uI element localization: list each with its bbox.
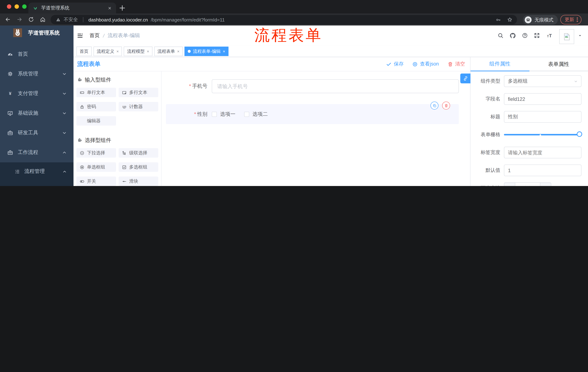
help-icon[interactable]: [522, 32, 528, 39]
home-icon[interactable]: [40, 16, 46, 22]
increase-button[interactable]: +: [540, 183, 551, 186]
tag-home[interactable]: 首页: [76, 47, 92, 56]
sidebar-item-process-management[interactable]: 流程管理: [0, 162, 74, 181]
close-tag-icon[interactable]: ×: [116, 49, 119, 53]
sidebar-item-infrastructure[interactable]: 基础设施: [0, 103, 74, 123]
delete-component-button[interactable]: [442, 102, 450, 110]
text-size-icon[interactable]: TT: [546, 32, 553, 39]
form-canvas[interactable]: *手机号 *性别 选项一 选项二: [162, 71, 470, 186]
new-tab-button[interactable]: [118, 4, 126, 12]
chip-password[interactable]: 密码: [76, 102, 116, 111]
input-icon: [80, 90, 84, 95]
logo-rabbit-image: [12, 28, 24, 37]
svg-text:T: T: [547, 34, 549, 38]
tag-process-model[interactable]: 流程模型×: [124, 47, 152, 56]
minimize-window-button[interactable]: [15, 4, 19, 9]
chip-slider[interactable]: 滑块: [119, 177, 158, 186]
close-tab-icon[interactable]: [108, 6, 112, 10]
chip-counter[interactable]: 123计数器: [119, 102, 158, 111]
breadcrumb-home[interactable]: 首页: [90, 32, 100, 39]
field-name-label: 字段名: [474, 96, 500, 102]
view-json-button[interactable]: 查看json: [412, 61, 439, 67]
default-value-label: 默认值: [474, 167, 500, 174]
title-input[interactable]: [504, 111, 581, 123]
address-bar[interactable]: 不安全 dashboard.yudao.iocoder.cn /bpm/mana…: [51, 15, 517, 24]
browser-tab[interactable]: 芋道管理系统: [28, 2, 116, 13]
clear-button[interactable]: 清空: [448, 61, 465, 67]
tag-process-form[interactable]: 流程表单×: [154, 47, 183, 56]
form-grid-slider[interactable]: [504, 129, 581, 140]
github-icon[interactable]: [509, 32, 516, 39]
checkbox-icon: [122, 165, 127, 170]
sidebar-item-workflow[interactable]: 工作流程: [0, 143, 74, 162]
password-key-icon[interactable]: [496, 17, 501, 22]
sidebar-item-process-form[interactable]: 流程表单: [0, 181, 74, 186]
sidebar-logo[interactable]: 芋道管理系统: [0, 25, 74, 40]
chip-cascader[interactable]: 级联选择: [119, 148, 158, 158]
label-width-input[interactable]: [504, 147, 581, 158]
sidebar-item-home[interactable]: 首页: [0, 44, 74, 64]
sidebar-item-dev-tools[interactable]: 研发工具: [0, 123, 74, 143]
default-value-input[interactable]: [504, 165, 581, 176]
fullscreen-icon[interactable]: [534, 32, 540, 39]
search-icon[interactable]: [497, 32, 504, 39]
tag-process-form-edit[interactable]: 流程表单-编辑×: [185, 47, 229, 56]
section-input-components: 输入型组件: [76, 76, 158, 84]
chip-radio-group[interactable]: 单选框组: [76, 162, 116, 172]
chip-single-line-text[interactable]: 单行文本: [76, 88, 116, 97]
sidebar-item-payment-management[interactable]: ¥ 支付管理: [0, 84, 74, 103]
close-tag-icon[interactable]: ×: [223, 49, 225, 53]
briefcase-icon: [7, 149, 13, 155]
chip-editor[interactable]: 编辑器: [76, 116, 116, 126]
gender-option-1[interactable]: 选项一: [212, 111, 235, 117]
field-binding-tab[interactable]: [460, 74, 471, 83]
tab-form-props[interactable]: 表单属性: [529, 57, 588, 71]
canvas-field-gender-selected[interactable]: *性别 选项一 选项二: [166, 104, 459, 124]
copy-component-button[interactable]: [430, 102, 439, 110]
svg-text:123: 123: [122, 105, 126, 108]
forward-icon[interactable]: [16, 16, 22, 22]
slider-icon: [122, 179, 127, 184]
chip-switch[interactable]: 开关: [76, 177, 116, 186]
bookmark-star-icon[interactable]: [507, 17, 513, 22]
field-name-input[interactable]: [504, 93, 581, 105]
canvas-field-phone[interactable]: *手机号: [166, 79, 459, 93]
user-menu-caret-icon[interactable]: [578, 34, 582, 37]
designer-top-bar: 流程表单 保存 查看json 清空: [74, 57, 470, 71]
checkbox[interactable]: [212, 112, 217, 117]
component-type-select[interactable]: 多选框组: [504, 75, 581, 87]
page-title: 流程表单: [74, 60, 100, 68]
chip-select[interactable]: 下拉选择: [76, 148, 116, 158]
puzzle-icon: [76, 77, 82, 83]
url-domain: dashboard.yudao.iocoder.cn: [88, 17, 148, 22]
close-tag-icon[interactable]: ×: [147, 49, 149, 53]
close-window-button[interactable]: [7, 4, 11, 9]
tab-component-props[interactable]: 组件属性: [471, 57, 529, 71]
phone-input[interactable]: [212, 79, 459, 93]
decrease-button[interactable]: −: [504, 183, 515, 186]
copy-icon: [432, 104, 436, 107]
reload-icon[interactable]: [28, 16, 34, 22]
lock-icon: [80, 104, 84, 109]
browser-menu-icon[interactable]: [577, 18, 578, 22]
slider-track[interactable]: [504, 134, 579, 135]
components-panel: 输入型组件 单行文本 多行文本 密码 123计数器 编辑器 选择型组件 下拉选择…: [74, 71, 162, 186]
close-tag-icon[interactable]: ×: [177, 49, 179, 53]
sidebar-item-system-management[interactable]: 系统管理: [0, 64, 74, 84]
avatar[interactable]: [559, 29, 574, 44]
min-select-stepper[interactable]: − 至少应选 +: [504, 182, 551, 186]
zoom-window-button[interactable]: [22, 4, 27, 9]
checkbox[interactable]: [244, 112, 249, 117]
chip-checkbox-group[interactable]: 多选框组: [119, 162, 158, 172]
update-browser-button[interactable]: 更新: [560, 15, 581, 24]
browser-toolbar: 不安全 dashboard.yudao.iocoder.cn /bpm/mana…: [0, 13, 588, 25]
chip-multi-line-text[interactable]: 多行文本: [119, 88, 158, 97]
slider-thumb[interactable]: [577, 131, 582, 137]
yen-icon: ¥: [7, 91, 13, 96]
chevron-down-icon: [573, 79, 578, 84]
back-icon[interactable]: [5, 16, 11, 22]
save-button[interactable]: 保存: [386, 61, 404, 67]
hamburger-icon[interactable]: [77, 32, 83, 39]
tag-process-definition[interactable]: 流程定义×: [94, 47, 122, 56]
gender-option-2[interactable]: 选项二: [244, 111, 268, 117]
